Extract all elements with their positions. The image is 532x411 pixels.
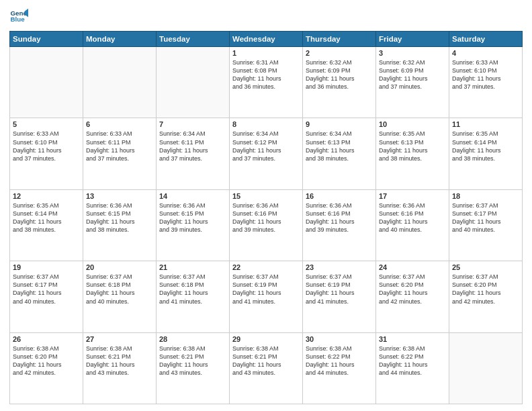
day-info: Sunrise: 6:33 AMSunset: 6:11 PMDaylight:… [86, 130, 153, 163]
calendar-cell: 3Sunrise: 6:32 AMSunset: 6:09 PMDaylight… [376, 47, 449, 118]
calendar-cell: 6Sunrise: 6:33 AMSunset: 6:11 PMDaylight… [83, 118, 157, 189]
calendar-cell: 24Sunrise: 6:37 AMSunset: 6:20 PMDayligh… [376, 261, 449, 332]
weekday-header-saturday: Saturday [449, 32, 523, 47]
day-info: Sunrise: 6:38 AMSunset: 6:22 PMDaylight:… [306, 345, 373, 377]
day-info: Sunrise: 6:37 AMSunset: 6:19 PMDaylight:… [232, 273, 300, 306]
calendar-cell: 30Sunrise: 6:38 AMSunset: 6:22 PMDayligh… [303, 332, 376, 404]
day-number: 24 [379, 263, 446, 271]
day-number: 1 [232, 49, 300, 57]
day-number: 29 [232, 335, 300, 343]
day-number: 8 [232, 120, 300, 128]
day-number: 31 [379, 335, 446, 343]
calendar-cell: 4Sunrise: 6:33 AMSunset: 6:10 PMDaylight… [449, 47, 523, 118]
day-number: 27 [86, 335, 153, 343]
calendar-cell: 9Sunrise: 6:34 AMSunset: 6:13 PMDaylight… [303, 118, 376, 189]
day-info: Sunrise: 6:37 AMSunset: 6:17 PMDaylight:… [452, 201, 519, 234]
calendar-header: SundayMondayTuesdayWednesdayThursdayFrid… [10, 32, 523, 47]
calendar-cell: 27Sunrise: 6:38 AMSunset: 6:21 PMDayligh… [83, 332, 157, 404]
logo-icon: General Blue [9, 7, 28, 26]
day-info: Sunrise: 6:37 AMSunset: 6:17 PMDaylight:… [13, 273, 80, 306]
day-number: 9 [306, 120, 373, 128]
day-number: 2 [306, 49, 373, 57]
day-info: Sunrise: 6:37 AMSunset: 6:18 PMDaylight:… [86, 273, 153, 306]
calendar-cell: 17Sunrise: 6:36 AMSunset: 6:16 PMDayligh… [376, 189, 449, 261]
day-info: Sunrise: 6:35 AMSunset: 6:13 PMDaylight:… [379, 130, 446, 163]
day-info: Sunrise: 6:33 AMSunset: 6:10 PMDaylight:… [452, 58, 519, 91]
weekday-header-row: SundayMondayTuesdayWednesdayThursdayFrid… [10, 32, 523, 47]
day-number: 15 [232, 192, 300, 200]
calendar-cell: 21Sunrise: 6:37 AMSunset: 6:18 PMDayligh… [157, 261, 230, 332]
day-info: Sunrise: 6:36 AMSunset: 6:16 PMDaylight:… [306, 201, 373, 234]
day-info: Sunrise: 6:38 AMSunset: 6:21 PMDaylight:… [86, 345, 153, 377]
day-number: 17 [379, 192, 446, 200]
day-number: 14 [159, 192, 226, 200]
calendar-cell: 25Sunrise: 6:37 AMSunset: 6:20 PMDayligh… [449, 261, 523, 332]
calendar-cell [10, 47, 83, 118]
day-number: 11 [452, 120, 519, 128]
day-info: Sunrise: 6:35 AMSunset: 6:14 PMDaylight:… [13, 201, 80, 234]
weekday-header-wednesday: Wednesday [230, 32, 303, 47]
day-info: Sunrise: 6:36 AMSunset: 6:16 PMDaylight:… [379, 201, 446, 234]
calendar-cell: 13Sunrise: 6:36 AMSunset: 6:15 PMDayligh… [83, 189, 157, 261]
day-info: Sunrise: 6:36 AMSunset: 6:16 PMDaylight:… [232, 201, 300, 234]
day-number: 28 [159, 335, 226, 343]
day-info: Sunrise: 6:36 AMSunset: 6:15 PMDaylight:… [159, 201, 226, 234]
logo: General Blue [9, 7, 28, 26]
calendar-cell: 10Sunrise: 6:35 AMSunset: 6:13 PMDayligh… [376, 118, 449, 189]
calendar-cell: 28Sunrise: 6:38 AMSunset: 6:21 PMDayligh… [157, 332, 230, 404]
day-number: 4 [452, 49, 519, 57]
day-info: Sunrise: 6:32 AMSunset: 6:09 PMDaylight:… [306, 58, 373, 91]
day-number: 6 [86, 120, 153, 128]
day-info: Sunrise: 6:31 AMSunset: 6:08 PMDaylight:… [232, 58, 300, 91]
calendar-cell: 8Sunrise: 6:34 AMSunset: 6:12 PMDaylight… [230, 118, 303, 189]
calendar-cell: 16Sunrise: 6:36 AMSunset: 6:16 PMDayligh… [303, 189, 376, 261]
weekday-header-friday: Friday [376, 32, 449, 47]
calendar-cell: 12Sunrise: 6:35 AMSunset: 6:14 PMDayligh… [10, 189, 83, 261]
week-row-0: 1Sunrise: 6:31 AMSunset: 6:08 PMDaylight… [10, 47, 523, 118]
day-info: Sunrise: 6:38 AMSunset: 6:22 PMDaylight:… [379, 345, 446, 377]
day-info: Sunrise: 6:38 AMSunset: 6:21 PMDaylight:… [159, 345, 226, 377]
day-number: 12 [13, 192, 80, 200]
day-number: 21 [159, 263, 226, 271]
day-number: 25 [452, 263, 519, 271]
calendar-cell: 26Sunrise: 6:38 AMSunset: 6:20 PMDayligh… [10, 332, 83, 404]
weekday-header-tuesday: Tuesday [157, 32, 230, 47]
weekday-header-monday: Monday [83, 32, 157, 47]
weekday-header-thursday: Thursday [303, 32, 376, 47]
weekday-header-sunday: Sunday [10, 32, 83, 47]
day-info: Sunrise: 6:32 AMSunset: 6:09 PMDaylight:… [379, 58, 446, 91]
day-number: 13 [86, 192, 153, 200]
week-row-2: 12Sunrise: 6:35 AMSunset: 6:14 PMDayligh… [10, 189, 523, 261]
day-number: 16 [306, 192, 373, 200]
calendar-cell [449, 332, 523, 404]
calendar-cell: 20Sunrise: 6:37 AMSunset: 6:18 PMDayligh… [83, 261, 157, 332]
day-number: 3 [379, 49, 446, 57]
day-info: Sunrise: 6:38 AMSunset: 6:20 PMDaylight:… [13, 345, 80, 377]
week-row-4: 26Sunrise: 6:38 AMSunset: 6:20 PMDayligh… [10, 332, 523, 404]
calendar-cell: 1Sunrise: 6:31 AMSunset: 6:08 PMDaylight… [230, 47, 303, 118]
day-number: 30 [306, 335, 373, 343]
calendar-cell: 18Sunrise: 6:37 AMSunset: 6:17 PMDayligh… [449, 189, 523, 261]
calendar-cell [157, 47, 230, 118]
svg-text:Blue: Blue [10, 15, 25, 23]
day-info: Sunrise: 6:33 AMSunset: 6:10 PMDaylight:… [13, 130, 80, 163]
calendar-cell: 23Sunrise: 6:37 AMSunset: 6:19 PMDayligh… [303, 261, 376, 332]
week-row-1: 5Sunrise: 6:33 AMSunset: 6:10 PMDaylight… [10, 118, 523, 189]
calendar-cell: 19Sunrise: 6:37 AMSunset: 6:17 PMDayligh… [10, 261, 83, 332]
calendar-cell: 31Sunrise: 6:38 AMSunset: 6:22 PMDayligh… [376, 332, 449, 404]
calendar-cell: 14Sunrise: 6:36 AMSunset: 6:15 PMDayligh… [157, 189, 230, 261]
header: General Blue [9, 7, 523, 26]
calendar-cell [83, 47, 157, 118]
day-info: Sunrise: 6:34 AMSunset: 6:12 PMDaylight:… [232, 130, 300, 163]
day-info: Sunrise: 6:38 AMSunset: 6:21 PMDaylight:… [232, 345, 300, 377]
day-number: 23 [306, 263, 373, 271]
day-info: Sunrise: 6:37 AMSunset: 6:20 PMDaylight:… [452, 273, 519, 306]
calendar-cell: 29Sunrise: 6:38 AMSunset: 6:21 PMDayligh… [230, 332, 303, 404]
calendar-body: 1Sunrise: 6:31 AMSunset: 6:08 PMDaylight… [10, 47, 523, 404]
day-number: 20 [86, 263, 153, 271]
day-info: Sunrise: 6:37 AMSunset: 6:20 PMDaylight:… [379, 273, 446, 306]
day-number: 26 [13, 335, 80, 343]
calendar-cell: 5Sunrise: 6:33 AMSunset: 6:10 PMDaylight… [10, 118, 83, 189]
day-info: Sunrise: 6:36 AMSunset: 6:15 PMDaylight:… [86, 201, 153, 234]
day-number: 5 [13, 120, 80, 128]
